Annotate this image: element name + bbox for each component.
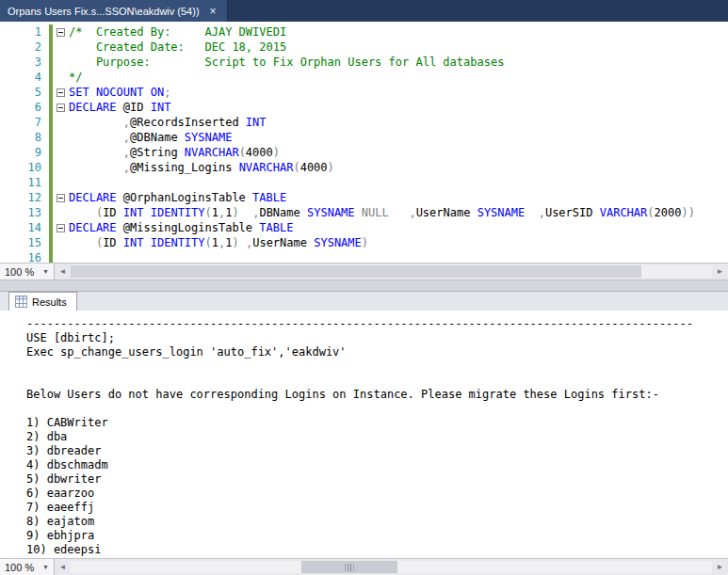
code-line[interactable]: 8 ,@DBName SYSNAME (0, 130, 728, 145)
results-scrollbar-row: 100 % ▼ ◄ ► (0, 558, 728, 575)
code-line[interactable]: 14DECLARE @MissingLoginsTable TABLE (0, 220, 728, 235)
code-text: ,@DBName SYSNAME (69, 130, 232, 145)
line-number: 7 (0, 115, 45, 130)
results-line: USE [dbirtc]; (26, 331, 728, 345)
line-number: 6 (0, 100, 45, 115)
ssms-window: Orpans Users Fix.s...SSON\eakdwiv (54)) … (0, 0, 728, 575)
line-number: 1 (0, 24, 45, 40)
results-zoom-select[interactable]: 100 % ▼ (0, 559, 55, 575)
document-tab[interactable]: Orpans Users Fix.s...SSON\eakdwiv (54)) … (0, 0, 228, 22)
tab-results-label: Results (32, 296, 67, 308)
code-line[interactable]: 13 (ID INT IDENTITY(1,1) ,DBName SYSNAME… (0, 205, 728, 220)
code-line[interactable]: 15 (ID INT IDENTITY(1,1) ,UserName SYSNA… (0, 235, 728, 250)
scroll-left-button[interactable]: ◄ (55, 559, 71, 575)
line-number: 11 (0, 175, 45, 190)
code-text: (ID INT IDENTITY(1,1) ,UserName SYSNAME) (69, 235, 368, 250)
results-line: 5) dbwriter (26, 472, 728, 487)
chevron-down-icon: ▼ (42, 268, 49, 275)
scrollbar-grip-icon (346, 564, 354, 571)
editor-zoom-select[interactable]: 100 % ▼ (0, 264, 55, 280)
code-text: ,@RecordsInserted INT (69, 115, 267, 130)
editor-hscroll-thumb[interactable] (71, 265, 641, 278)
editor-hscroll-track[interactable] (71, 265, 712, 278)
results-line: 9) ebhjpra (26, 529, 728, 543)
code-text: DECLARE @ID INT (69, 100, 170, 115)
scroll-left-icon: ◄ (59, 563, 67, 571)
code-text: Purpose: Script to Fix Orphan Users for … (69, 55, 504, 70)
code-line[interactable]: 16 (0, 250, 728, 263)
fold-column (53, 224, 69, 232)
editor-scrollbar-row: 100 % ▼ ◄ ► (0, 263, 728, 280)
fold-column (53, 88, 69, 97)
change-tracking-bar (49, 115, 53, 130)
fold-column (53, 194, 69, 202)
results-output: ----------------------------------------… (26, 317, 728, 557)
scroll-left-button[interactable]: ◄ (55, 264, 71, 280)
line-number: 8 (0, 130, 45, 145)
code-text: (ID INT IDENTITY(1,1) ,DBName SYSNAME NU… (69, 205, 695, 220)
line-number: 3 (0, 55, 45, 70)
results-hscroll-track[interactable] (71, 561, 712, 573)
chevron-down-icon: ▼ (42, 564, 49, 570)
results-line: 10) edeepsi (26, 543, 728, 557)
fold-collapse-icon[interactable] (57, 104, 65, 112)
results-line: 3) dbreader (26, 444, 728, 458)
scroll-right-button[interactable]: ► (712, 264, 728, 280)
line-number: 10 (0, 160, 45, 175)
results-line (26, 402, 728, 416)
code-line[interactable]: 6DECLARE @ID INT (0, 100, 728, 115)
results-grid-icon (15, 295, 27, 308)
results-zoom-value: 100 % (5, 562, 34, 573)
fold-collapse-icon[interactable] (57, 28, 65, 37)
results-line: ----------------------------------------… (26, 317, 728, 331)
results-line: 4) dbschmadm (26, 458, 728, 472)
change-tracking-bar (49, 145, 53, 160)
results-line: 2) dba (26, 430, 728, 444)
results-line: Below Users do not have corresponding Lo… (26, 388, 728, 402)
fold-collapse-icon[interactable] (57, 194, 65, 202)
pane-splitter[interactable] (0, 280, 728, 291)
line-number: 14 (0, 220, 45, 235)
code-line[interactable]: 7 ,@RecordsInserted INT (0, 115, 728, 130)
code-line[interactable]: 5SET NOCOUNT ON; (0, 85, 728, 100)
line-number: 9 (0, 145, 45, 160)
tab-results[interactable]: Results (8, 292, 77, 311)
results-line: 6) eaarzoo (26, 487, 728, 501)
code-line[interactable]: 3 Purpose: Script to Fix Orphan Users fo… (0, 55, 728, 70)
code-line[interactable]: 2 Created Date: DEC 18, 2015 (0, 40, 728, 55)
results-tabstrip: Results (0, 291, 728, 311)
change-tracking-bar (49, 55, 53, 70)
results-line (26, 359, 728, 374)
line-number: 4 (0, 70, 45, 85)
results-line: Exec sp_change_users_login 'auto_fix','e… (26, 345, 728, 359)
results-line: 8) eajatom (26, 515, 728, 529)
change-tracking-bar (49, 205, 53, 220)
scroll-right-icon: ► (717, 563, 724, 571)
code-line[interactable]: 9 ,@String NVARCHAR(4000) (0, 145, 728, 160)
fold-collapse-icon[interactable] (57, 88, 65, 97)
change-tracking-bar (49, 130, 53, 145)
change-tracking-bar (49, 175, 53, 190)
code-line[interactable]: 11 (0, 175, 728, 190)
code-text: */ (69, 70, 82, 85)
code-line[interactable]: 4*/ (0, 70, 728, 85)
code-text: Created Date: DEC 18, 2015 (69, 40, 286, 55)
code-line[interactable]: 10 ,@Missing_Logins NVARCHAR(4000) (0, 160, 728, 175)
close-icon[interactable]: × (208, 6, 218, 17)
code-text: ,@String NVARCHAR(4000) (69, 145, 280, 160)
change-tracking-bar (49, 160, 53, 175)
code-line[interactable]: 1/* Created By: AJAY DWIVEDI (0, 24, 728, 40)
code-lines: 1/* Created By: AJAY DWIVEDI2 Created Da… (0, 24, 728, 263)
results-hscroll-thumb[interactable] (301, 561, 397, 573)
code-text: DECLARE @OrphanLoginsTable TABLE (69, 190, 286, 205)
code-line[interactable]: 12DECLARE @OrphanLoginsTable TABLE (0, 190, 728, 205)
fold-collapse-icon[interactable] (57, 224, 65, 232)
change-tracking-bar (49, 235, 53, 250)
line-number: 2 (0, 40, 45, 55)
scroll-right-button[interactable]: ► (712, 559, 728, 575)
code-editor[interactable]: 1/* Created By: AJAY DWIVEDI2 Created Da… (0, 22, 728, 263)
line-number: 5 (0, 85, 45, 100)
code-text: SET NOCOUNT ON; (69, 85, 170, 100)
results-pane[interactable]: ----------------------------------------… (0, 311, 728, 558)
document-tabbar: Orpans Users Fix.s...SSON\eakdwiv (54)) … (0, 0, 728, 22)
